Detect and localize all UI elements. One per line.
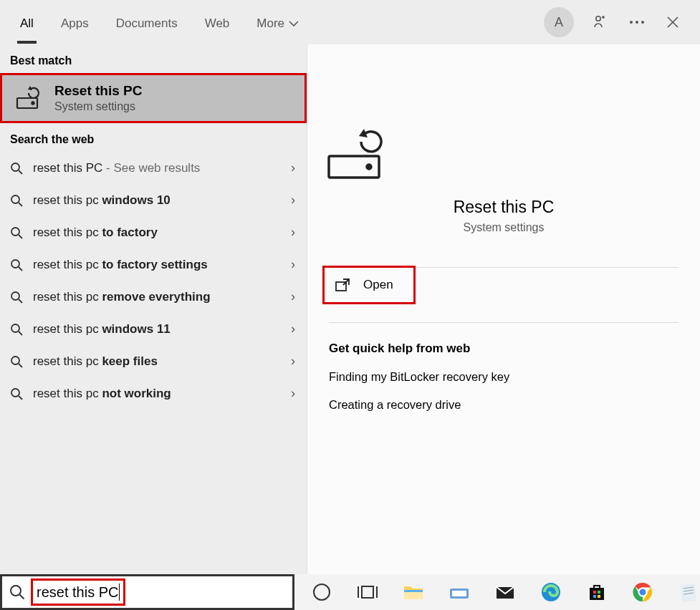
svg-point-0 (596, 16, 600, 21)
best-match-subtitle: System settings (54, 100, 142, 113)
svg-point-15 (367, 165, 371, 169)
svg-point-2 (636, 21, 638, 24)
svg-point-8 (11, 228, 19, 236)
web-result[interactable]: reset this pc to factory › (0, 216, 307, 248)
svg-rect-37 (681, 584, 696, 602)
svg-point-3 (641, 21, 644, 24)
reset-pc-icon (13, 84, 42, 112)
file-explorer-icon[interactable] (402, 581, 425, 604)
help-link[interactable]: Creating a recovery drive (307, 391, 700, 419)
more-icon[interactable] (628, 14, 646, 31)
search-icon (10, 387, 23, 400)
web-result[interactable]: reset this pc keep files › (0, 345, 307, 377)
web-result[interactable]: reset this pc remove everything › (0, 281, 307, 313)
svg-point-18 (314, 584, 330, 600)
chevron-right-icon: › (291, 321, 295, 337)
svg-rect-30 (598, 591, 600, 594)
best-match-title: Reset this PC (54, 83, 142, 99)
tab-apps[interactable]: Apps (58, 4, 92, 42)
svg-rect-28 (590, 588, 604, 600)
svg-rect-31 (593, 595, 596, 598)
search-icon (10, 258, 23, 271)
tab-documents[interactable]: Documents (113, 4, 181, 42)
search-value: reset this PC (37, 584, 118, 601)
store-icon[interactable] (585, 581, 608, 604)
results-panel: Best match Reset this PC System settings… (0, 44, 307, 574)
chevron-right-icon: › (291, 225, 295, 240)
best-match-item[interactable]: Reset this PC System settings (0, 73, 307, 123)
search-icon (10, 355, 23, 368)
web-result[interactable]: reset this pc to factory settings › (0, 248, 307, 281)
svg-point-6 (11, 163, 19, 171)
tab-web[interactable]: Web (202, 4, 233, 42)
svg-point-11 (11, 324, 19, 332)
svg-point-12 (11, 357, 19, 364)
web-result[interactable]: reset this PC - See web results › (0, 152, 307, 184)
svg-rect-25 (452, 591, 466, 596)
preview-panel: Reset this PC System settings Open Get q… (307, 44, 700, 574)
chevron-right-icon: › (291, 193, 295, 208)
best-match-label: Best match (0, 44, 307, 73)
feedback-icon[interactable] (593, 14, 610, 31)
chevron-down-icon (289, 21, 299, 26)
chevron-right-icon: › (291, 354, 295, 369)
open-icon (335, 278, 350, 292)
cortana-icon[interactable] (310, 581, 333, 604)
open-button[interactable]: Open (325, 268, 413, 302)
mail-icon[interactable] (494, 581, 517, 604)
svg-rect-32 (598, 595, 600, 598)
taskview-icon[interactable] (356, 581, 379, 604)
svg-point-13 (11, 389, 19, 397)
chrome-icon[interactable] (631, 581, 654, 604)
chevron-right-icon: › (291, 160, 295, 175)
svg-rect-23 (404, 590, 423, 592)
keyboard-icon[interactable] (448, 581, 471, 604)
reset-pc-icon (322, 126, 686, 182)
search-icon (9, 584, 25, 600)
chevron-right-icon: › (291, 289, 295, 304)
notepad-icon[interactable] (677, 581, 700, 604)
tab-more[interactable]: More (254, 4, 302, 42)
search-icon (10, 226, 23, 239)
search-icon (10, 194, 23, 207)
taskbar (294, 574, 700, 610)
search-text-highlight: reset this PC (32, 580, 124, 604)
tab-all[interactable]: All (17, 4, 37, 42)
header-tabbar: All Apps Documents Web More A (0, 0, 700, 44)
preview-title: Reset this PC (322, 198, 686, 217)
edge-icon[interactable] (540, 581, 562, 604)
avatar[interactable]: A (544, 7, 574, 37)
svg-point-9 (11, 260, 19, 268)
web-result[interactable]: reset this pc windows 10 › (0, 184, 307, 216)
search-icon (10, 291, 23, 304)
svg-rect-29 (593, 591, 596, 594)
search-box[interactable]: reset this PC (0, 574, 294, 610)
search-icon (10, 323, 23, 336)
chevron-right-icon: › (291, 386, 295, 401)
svg-point-17 (11, 586, 21, 596)
bottom-bar: reset this PC (0, 574, 700, 610)
preview-subtitle: System settings (322, 221, 686, 234)
svg-point-1 (630, 21, 633, 24)
svg-point-7 (11, 195, 19, 203)
open-label: Open (363, 278, 393, 292)
svg-point-5 (32, 102, 34, 104)
search-web-label: Search the web (0, 123, 307, 152)
web-result[interactable]: reset this pc windows 11 › (0, 313, 307, 345)
search-icon (10, 162, 23, 175)
help-title: Get quick help from web (307, 323, 700, 363)
help-link[interactable]: Finding my BitLocker recovery key (307, 363, 700, 391)
svg-point-10 (11, 292, 19, 300)
web-result[interactable]: reset this pc not working › (0, 377, 307, 410)
svg-rect-19 (362, 586, 373, 598)
close-icon[interactable] (664, 14, 681, 31)
chevron-right-icon: › (291, 257, 295, 272)
